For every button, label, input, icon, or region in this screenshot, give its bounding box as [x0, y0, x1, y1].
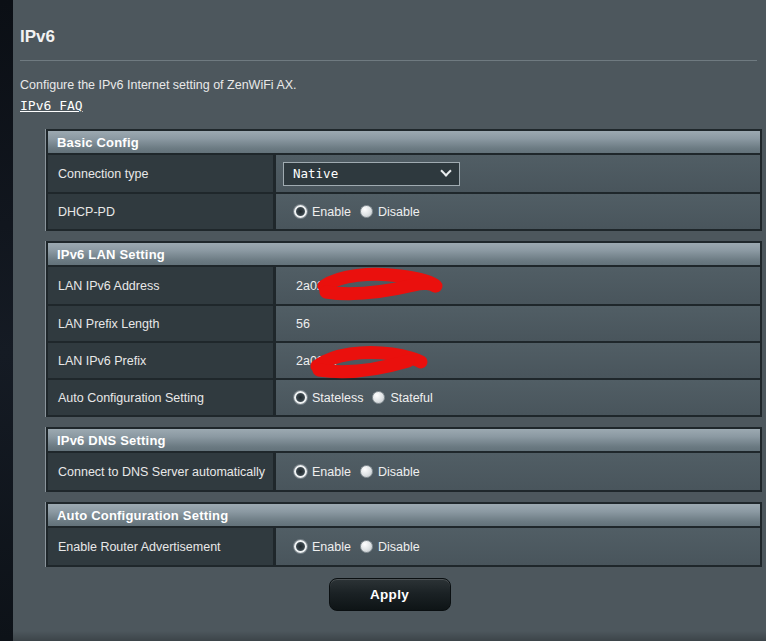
connection-type-select[interactable]: Native — [283, 162, 460, 186]
dhcp-pd-radio-group: Enable Disable — [294, 205, 420, 219]
radio-label: Disable — [378, 465, 420, 479]
radio-option-stateful[interactable]: Stateful — [372, 391, 432, 405]
radio-unchecked-icon — [360, 540, 373, 553]
row-value: 2a02:c — [276, 267, 760, 304]
select-value: Native — [293, 166, 338, 181]
radio-label: Stateful — [390, 391, 432, 405]
radio-unchecked-icon — [372, 391, 385, 404]
auto-config-radio-group: Stateless Stateful — [294, 391, 433, 405]
radio-checked-icon — [294, 205, 307, 218]
apply-button-area: Apply — [13, 578, 766, 611]
radio-option-enable[interactable]: Enable — [294, 465, 351, 479]
router-advertisement-radio-group: Enable Disable — [294, 540, 420, 554]
radio-label: Enable — [312, 540, 351, 554]
radio-checked-icon — [294, 540, 307, 553]
radio-option-disable[interactable]: Disable — [360, 540, 420, 554]
section-header: Auto Configuration Setting — [48, 504, 760, 528]
row-connection-type: Connection type Native — [48, 155, 760, 192]
lan-ipv6-address-value: 2a02:c — [296, 279, 334, 293]
lan-prefix-length-value: 56 — [296, 317, 310, 331]
radio-label: Disable — [378, 540, 420, 554]
title-divider — [20, 60, 757, 61]
row-label: Connection type — [48, 155, 276, 192]
row-dhcp-pd: DHCP-PD Enable Disable — [48, 192, 760, 229]
row-value: Stateless Stateful — [276, 380, 760, 415]
radio-label: Disable — [378, 205, 420, 219]
dns-auto-radio-group: Enable Disable — [294, 465, 420, 479]
row-label: LAN IPv6 Address — [48, 267, 276, 304]
section-ipv6-dns-setting: IPv6 DNS Setting Connect to DNS Server a… — [46, 427, 762, 492]
section-header: Basic Config — [48, 131, 760, 155]
section-ipv6-lan-setting: IPv6 LAN Setting LAN IPv6 Address 2a02:c… — [46, 241, 762, 417]
radio-option-disable[interactable]: Disable — [360, 205, 420, 219]
chevron-down-icon — [440, 165, 451, 176]
row-connect-dns-automatically: Connect to DNS Server automatically Enab… — [48, 453, 760, 490]
radio-label: Enable — [312, 205, 351, 219]
page-left-edge — [0, 0, 13, 641]
page-bottom-shade — [13, 631, 766, 641]
row-auto-configuration-setting: Auto Configuration Setting Stateless Sta… — [48, 378, 760, 415]
row-label: LAN Prefix Length — [48, 306, 276, 341]
row-lan-ipv6-address: LAN IPv6 Address 2a02:c — [48, 267, 760, 304]
row-value: Enable Disable — [276, 453, 760, 490]
row-enable-router-advertisement: Enable Router Advertisement Enable Disab… — [48, 528, 760, 565]
row-value: 2a02:c. — [276, 343, 760, 378]
page-description: Configure the IPv6 Internet setting of Z… — [20, 78, 766, 93]
row-value: Native — [276, 155, 760, 192]
row-label: Auto Configuration Setting — [48, 380, 276, 415]
row-label: Connect to DNS Server automatically — [48, 453, 276, 490]
row-lan-ipv6-prefix: LAN IPv6 Prefix 2a02:c. — [48, 341, 760, 378]
apply-button[interactable]: Apply — [329, 578, 451, 611]
settings-tables: Basic Config Connection type Native DHCP… — [46, 129, 762, 567]
radio-checked-icon — [294, 465, 307, 478]
ipv6-settings-page: IPv6 Configure the IPv6 Internet setting… — [0, 0, 766, 641]
radio-label: Enable — [312, 465, 351, 479]
radio-option-enable[interactable]: Enable — [294, 540, 351, 554]
section-header: IPv6 DNS Setting — [48, 429, 760, 453]
section-basic-config: Basic Config Connection type Native DHCP… — [46, 129, 762, 231]
redaction-scribble — [276, 267, 759, 304]
main-content: IPv6 Configure the IPv6 Internet setting… — [13, 0, 766, 611]
row-label: LAN IPv6 Prefix — [48, 343, 276, 378]
radio-checked-icon — [294, 391, 307, 404]
row-lan-prefix-length: LAN Prefix Length 56 — [48, 304, 760, 341]
ipv6-faq-link[interactable]: IPv6 FAQ — [20, 98, 83, 113]
section-auto-configuration: Auto Configuration Setting Enable Router… — [46, 502, 762, 567]
radio-option-disable[interactable]: Disable — [360, 465, 420, 479]
row-label: Enable Router Advertisement — [48, 528, 276, 565]
radio-unchecked-icon — [360, 205, 373, 218]
radio-option-stateless[interactable]: Stateless — [294, 391, 363, 405]
radio-label: Stateless — [312, 391, 363, 405]
row-value: Enable Disable — [276, 194, 760, 229]
redaction-scribble — [276, 343, 759, 380]
row-label: DHCP-PD — [48, 194, 276, 229]
radio-option-enable[interactable]: Enable — [294, 205, 351, 219]
row-value: 56 — [276, 306, 760, 341]
lan-ipv6-prefix-value: 2a02:c. — [296, 354, 337, 368]
row-value: Enable Disable — [276, 528, 760, 565]
radio-unchecked-icon — [360, 465, 373, 478]
section-header: IPv6 LAN Setting — [48, 243, 760, 267]
page-title: IPv6 — [20, 28, 766, 45]
